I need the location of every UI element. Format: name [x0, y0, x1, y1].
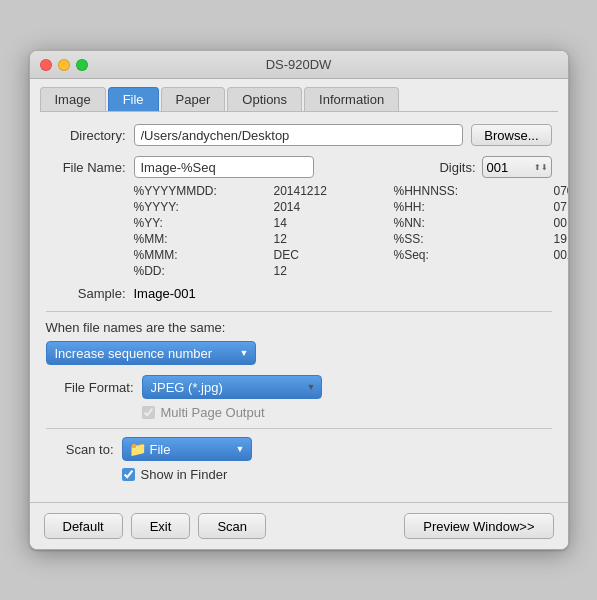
directory-row: Directory: Browse...	[46, 124, 552, 146]
traffic-lights	[40, 59, 88, 71]
preview-button[interactable]: Preview Window>>	[404, 513, 553, 539]
code-key-1b: %HH:	[394, 200, 554, 214]
multi-page-label: Multi Page Output	[161, 405, 265, 420]
code-val-2b: 00	[554, 216, 569, 230]
sequence-dropdown-label: Increase sequence number	[55, 346, 213, 361]
sample-value: Image-001	[134, 286, 196, 301]
window-title: DS-920DW	[266, 57, 332, 72]
filename-row: File Name: Digits: 001 01 1	[46, 156, 552, 178]
sample-row: Sample: Image-001	[46, 286, 552, 301]
code-key-1: %YYYY:	[134, 200, 274, 214]
exit-button[interactable]: Exit	[131, 513, 191, 539]
file-format-row: File Format: JPEG (*.jpg) PNG (*.png) PD…	[46, 375, 552, 399]
multi-page-checkbox[interactable]	[142, 406, 155, 419]
maximize-button[interactable]	[76, 59, 88, 71]
code-val-3: 12	[274, 232, 394, 246]
section-divider-1	[46, 311, 552, 312]
file-format-dropdown-wrapper: JPEG (*.jpg) PNG (*.png) PDF (*.pdf) TIF…	[142, 375, 322, 399]
code-key-5b	[394, 264, 554, 278]
sequence-dropdown-row: Increase sequence number	[46, 341, 552, 365]
title-bar: DS-920DW	[30, 51, 568, 79]
digits-select[interactable]: 001 01 1	[482, 156, 552, 178]
tab-bar: Image File Paper Options Information	[30, 79, 568, 111]
code-val-5: 12	[274, 264, 394, 278]
directory-input[interactable]	[134, 124, 464, 146]
scan-to-row: Scan to: 📁 File ▼	[46, 437, 552, 461]
sequence-dropdown-wrapper: Increase sequence number	[46, 341, 256, 365]
tab-file[interactable]: File	[108, 87, 159, 111]
code-key-4: %MMM:	[134, 248, 274, 262]
code-val-4b: 001	[554, 248, 569, 262]
browse-button[interactable]: Browse...	[471, 124, 551, 146]
code-val-1: 2014	[274, 200, 394, 214]
code-val-3b: 19	[554, 232, 569, 246]
content-area: Directory: Browse... File Name: Digits: …	[30, 112, 568, 492]
code-key-2: %YY:	[134, 216, 274, 230]
scan-to-dropdown[interactable]: 📁 File ▼	[122, 437, 252, 461]
file-format-dropdown[interactable]: JPEG (*.jpg) PNG (*.png) PDF (*.pdf) TIF…	[142, 375, 322, 399]
tab-options[interactable]: Options	[227, 87, 302, 111]
show-finder-label: Show in Finder	[141, 467, 228, 482]
section-divider-2	[46, 428, 552, 429]
filename-label: File Name:	[46, 160, 126, 175]
code-val-4: DEC	[274, 248, 394, 262]
sequence-dropdown[interactable]: Increase sequence number	[46, 341, 256, 365]
show-finder-checkbox[interactable]	[122, 468, 135, 481]
code-val-2: 14	[274, 216, 394, 230]
default-button[interactable]: Default	[44, 513, 123, 539]
code-key-5: %DD:	[134, 264, 274, 278]
code-key-4b: %Seq:	[394, 248, 554, 262]
show-finder-row: Show in Finder	[122, 467, 552, 482]
minimize-button[interactable]	[58, 59, 70, 71]
code-val-0: 20141212	[274, 184, 394, 198]
tab-paper[interactable]: Paper	[161, 87, 226, 111]
digits-section: Digits: 001 01 1	[439, 156, 551, 178]
scan-button[interactable]: Scan	[198, 513, 266, 539]
multi-page-row: Multi Page Output	[142, 405, 552, 420]
digits-label: Digits:	[439, 160, 475, 175]
folder-icon: 📁	[129, 441, 146, 457]
directory-label: Directory:	[46, 128, 126, 143]
bottom-bar: Default Exit Scan Preview Window>>	[30, 502, 568, 549]
code-key-3: %MM:	[134, 232, 274, 246]
scan-to-arrow-icon: ▼	[236, 444, 245, 454]
scan-to-label: Scan to:	[46, 442, 114, 457]
code-key-2b: %NN:	[394, 216, 554, 230]
sample-label: Sample:	[46, 286, 126, 301]
code-val-1b: 07	[554, 200, 569, 214]
code-key-0b: %HHNNSS:	[394, 184, 554, 198]
code-val-5b	[554, 264, 569, 278]
scan-to-value: File	[150, 442, 236, 457]
close-button[interactable]	[40, 59, 52, 71]
code-val-0b: 070019	[554, 184, 569, 198]
tab-information[interactable]: Information	[304, 87, 399, 111]
when-same-label: When file names are the same:	[46, 320, 552, 335]
tab-image[interactable]: Image	[40, 87, 106, 111]
code-key-3b: %SS:	[394, 232, 554, 246]
filename-input[interactable]	[134, 156, 314, 178]
code-key-0: %YYYYMMDD:	[134, 184, 274, 198]
digits-select-wrapper: 001 01 1	[482, 156, 552, 178]
codes-section: %YYYYMMDD: 20141212 %HHNNSS: 070019 %YYY…	[134, 184, 552, 278]
main-window: DS-920DW Image File Paper Options Inform…	[29, 50, 569, 550]
file-format-label: File Format:	[46, 380, 134, 395]
